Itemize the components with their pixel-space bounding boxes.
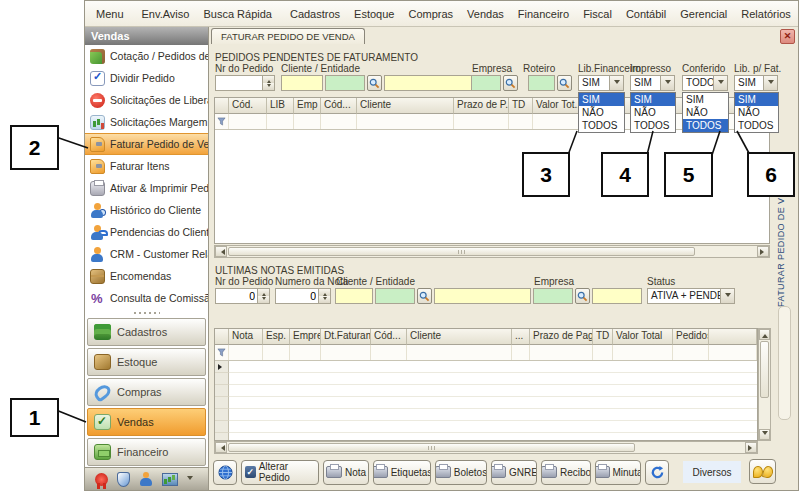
scrollbar-thumb[interactable] bbox=[228, 443, 635, 452]
sidebar-item-historico-cliente[interactable]: Histórico do Cliente bbox=[85, 199, 208, 221]
cliente-codigo-input[interactable] bbox=[282, 79, 322, 93]
filter-cell[interactable] bbox=[454, 114, 509, 129]
column-header-cliente[interactable]: Cliente bbox=[407, 329, 512, 345]
person-icon[interactable] bbox=[139, 472, 153, 487]
diversos-panel[interactable]: Diversos bbox=[683, 461, 741, 483]
sidebar-item-crm[interactable]: CRM - Customer Relations... bbox=[85, 243, 208, 265]
column-header-td[interactable]: TD bbox=[593, 329, 613, 345]
menu-item-env-aviso[interactable]: Env.Aviso bbox=[135, 1, 197, 26]
impresso-combobox[interactable]: SIM bbox=[630, 75, 675, 91]
sidebar-item-faturar-itens[interactable]: Faturar Itens bbox=[85, 155, 208, 177]
award-icon[interactable] bbox=[95, 473, 108, 486]
chevron-down-icon[interactable] bbox=[609, 76, 623, 90]
roteiro-search-button[interactable] bbox=[557, 75, 572, 91]
notes-empresa-input[interactable] bbox=[534, 292, 572, 306]
diversos-search-button[interactable] bbox=[749, 459, 776, 484]
chevron-down-icon[interactable] bbox=[187, 476, 193, 483]
menu-item-contabil[interactable]: Contábil bbox=[619, 1, 673, 26]
table-row[interactable] bbox=[215, 361, 757, 373]
notes-nr-pedido-spinner[interactable] bbox=[215, 288, 270, 304]
filter-cell[interactable] bbox=[371, 345, 407, 360]
side-tab-faturar-pedido-de-venda[interactable]: FATURAR PEDIDO DE VENDA bbox=[776, 192, 791, 307]
scroll-up-icon[interactable] bbox=[759, 329, 770, 340]
notes-empresa-search-button[interactable] bbox=[575, 288, 590, 304]
sidebar-item-solicitacoes-margem[interactable]: Solicitações Margem bbox=[85, 111, 208, 133]
roteiro-field[interactable] bbox=[528, 75, 555, 91]
dropdown-option-todos[interactable]: TODOS bbox=[735, 119, 778, 132]
dropdown-option-sim[interactable]: SIM bbox=[735, 93, 778, 106]
column-header-cliente[interactable]: Cliente bbox=[357, 98, 454, 114]
menu-item-estoque[interactable]: Estoque bbox=[347, 1, 401, 26]
cliente-search-button[interactable] bbox=[367, 75, 382, 91]
shield-icon[interactable] bbox=[117, 472, 130, 487]
dropdown-option-todos[interactable]: TODOS bbox=[683, 119, 728, 132]
cliente-lookup-field[interactable] bbox=[325, 75, 365, 91]
scroll-right-icon[interactable] bbox=[745, 442, 757, 453]
empresa-search-button[interactable] bbox=[503, 75, 518, 91]
column-header-cod2[interactable]: Cód... bbox=[321, 98, 357, 114]
close-icon[interactable]: ✕ bbox=[780, 29, 795, 44]
filter-cell[interactable] bbox=[407, 345, 512, 360]
refresh-button[interactable] bbox=[645, 460, 669, 485]
column-header-td[interactable]: TD bbox=[509, 98, 533, 114]
filter-cell[interactable] bbox=[321, 114, 357, 129]
tab-faturar-pedido-de-venda[interactable]: FATURAR PEDIDO DE VENDA bbox=[211, 28, 365, 45]
column-header-nota[interactable]: Nota bbox=[229, 329, 263, 345]
etiquetas-button[interactable]: Etiquetas bbox=[373, 460, 431, 485]
notes-cliente-search-button[interactable] bbox=[417, 288, 432, 304]
sidebar-item-encomendas[interactable]: Encomendas bbox=[85, 265, 208, 287]
filter-cell[interactable] bbox=[613, 345, 673, 360]
cliente-nome-input[interactable] bbox=[385, 79, 478, 93]
filter-cell[interactable] bbox=[290, 345, 321, 360]
notes-cliente-lookup-field[interactable] bbox=[375, 288, 415, 304]
spin-up-icon[interactable] bbox=[319, 289, 330, 296]
boletos-button[interactable]: Boletos bbox=[435, 460, 487, 485]
scrollbar-thumb[interactable] bbox=[228, 247, 695, 256]
column-header-dots[interactable]: ... bbox=[512, 329, 530, 345]
table-row[interactable] bbox=[215, 385, 757, 397]
sidebar-item-ativar-imprimir[interactable]: Ativar & Imprimir Pedidos bbox=[85, 177, 208, 199]
menu-item-fiscal[interactable]: Fiscal bbox=[576, 1, 619, 26]
column-header-cod[interactable]: Cód... bbox=[371, 329, 407, 345]
sidebar-group-cadastros[interactable]: Cadastros bbox=[87, 318, 206, 346]
notes-cliente-nome-field[interactable] bbox=[434, 288, 531, 304]
column-header-valor-total[interactable]: Valor Total bbox=[613, 329, 673, 345]
menu-item-cadastros[interactable]: Cadastros bbox=[283, 1, 347, 26]
notes-cliente-lookup-input[interactable] bbox=[376, 292, 414, 306]
nota-button[interactable]: Nota bbox=[323, 460, 369, 485]
scroll-right-icon[interactable] bbox=[757, 246, 769, 257]
spin-down-icon[interactable] bbox=[258, 296, 269, 303]
menu-item-financeiro[interactable]: Financeiro bbox=[511, 1, 576, 26]
menu-item-menu[interactable]: Menu bbox=[89, 1, 131, 26]
scroll-left-icon[interactable] bbox=[215, 246, 227, 257]
alterar-pedido-button[interactable]: ✓Alterar Pedido bbox=[241, 460, 319, 485]
spin-down-icon[interactable] bbox=[319, 296, 330, 303]
cliente-nome-field[interactable] bbox=[384, 75, 479, 91]
menu-item-compras[interactable]: Compras bbox=[401, 1, 460, 26]
filter-cell[interactable] bbox=[229, 345, 263, 360]
sidebar-group-estoque[interactable]: Estoque bbox=[87, 348, 206, 376]
dropdown-option-todos[interactable]: TODOS bbox=[631, 119, 675, 132]
filter-funnel-cell[interactable] bbox=[215, 114, 229, 129]
menu-item-relatorios[interactable]: Relatórios bbox=[734, 1, 798, 26]
notes-empresa-nome-field[interactable] bbox=[592, 288, 642, 304]
sidebar-group-vendas[interactable]: Vendas bbox=[87, 408, 206, 436]
sidebar-item-consulta-comissao[interactable]: Consulta de Comissão bbox=[85, 287, 208, 309]
status-combobox[interactable]: ATIVA + PENDEN... bbox=[647, 288, 735, 304]
cliente-lookup-input[interactable] bbox=[326, 79, 364, 93]
filter-cell[interactable] bbox=[673, 345, 709, 360]
table-row[interactable] bbox=[215, 421, 757, 433]
filter-funnel-cell[interactable] bbox=[215, 345, 229, 360]
web-button[interactable] bbox=[213, 460, 237, 485]
filter-cell[interactable] bbox=[593, 345, 613, 360]
spin-up-icon[interactable] bbox=[258, 289, 269, 296]
sidebar-group-financeiro[interactable]: Financeiro bbox=[87, 438, 206, 466]
dropdown-option-sim[interactable]: SIM bbox=[631, 93, 675, 106]
dropdown-option-nao[interactable]: NÃO bbox=[683, 106, 728, 119]
filter-cell[interactable] bbox=[263, 345, 290, 360]
chevron-down-icon[interactable] bbox=[713, 76, 727, 90]
filter-cell[interactable] bbox=[321, 345, 371, 360]
cliente-codigo-field[interactable] bbox=[281, 75, 323, 91]
filter-cell[interactable] bbox=[509, 114, 533, 129]
dropdown-option-sim[interactable]: SIM bbox=[683, 93, 728, 106]
